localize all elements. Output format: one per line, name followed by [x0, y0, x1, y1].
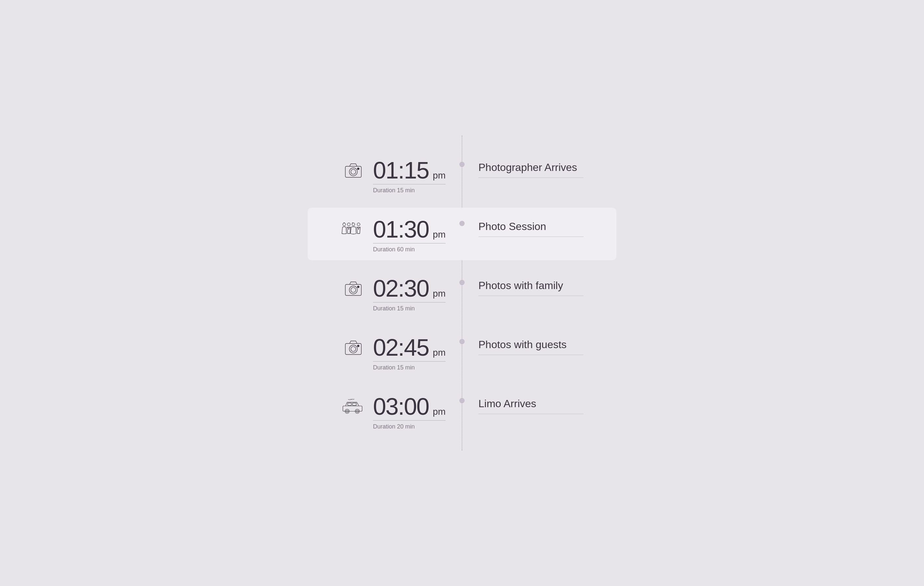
- time-digits-photos-with-guests: 02:45: [373, 336, 429, 359]
- time-block-photos-with-guests: 02:45 pm Duration 15 min: [373, 336, 446, 371]
- time-digits-limo-arrives: 03:00: [373, 395, 429, 418]
- event-separator-photos-with-guests: [478, 355, 584, 355]
- event-separator-photo-session: [478, 237, 584, 237]
- timeline-item-limo-arrives: 03:00 pm Duration 20 min Limo Arrives: [314, 385, 610, 437]
- event-separator-photos-with-family: [478, 296, 584, 296]
- event-name-photos-with-guests: Photos with guests: [478, 339, 567, 351]
- event-separator-limo-arrives: [478, 414, 584, 414]
- time-display-photographer-arrives: 01:15 pm: [373, 158, 446, 182]
- svg-point-15: [349, 345, 357, 353]
- icon-camera-photographer-arrives: [343, 160, 363, 181]
- center-dot-limo-arrives: [459, 398, 465, 403]
- time-block-limo-arrives: 03:00 pm Duration 20 min: [373, 395, 446, 430]
- left-side-photographer-arrives: 01:15 pm Duration 15 min: [314, 149, 462, 194]
- event-name-limo-arrives: Limo Arrives: [478, 398, 536, 410]
- time-ampm-limo-arrives: pm: [433, 407, 446, 417]
- timeline-item-photos-with-family: 02:30 pm Duration 15 min Photos with fam…: [314, 267, 610, 319]
- right-side-limo-arrives: Limo Arrives: [462, 385, 610, 414]
- event-name-photographer-arrives: Photographer Arrives: [478, 161, 577, 173]
- svg-point-12: [351, 287, 356, 292]
- time-display-photos-with-family: 02:30 pm: [373, 277, 446, 300]
- time-separator-limo-arrives: [373, 420, 446, 421]
- left-side-photos-with-family: 02:30 pm Duration 15 min: [314, 267, 462, 312]
- svg-line-30: [353, 399, 354, 400]
- left-side-photo-session: ✦ ✦ 01:30 pm Duration 60 min: [314, 208, 462, 253]
- time-block-photographer-arrives: 01:15 pm Duration 15 min: [373, 158, 446, 194]
- svg-line-26: [348, 399, 349, 400]
- timeline-item-photos-with-guests: 02:45 pm Duration 15 min Photos with gue…: [314, 326, 610, 378]
- time-digits-photo-session: 01:30: [373, 217, 429, 241]
- timeline-item-photographer-arrives: 01:15 pm Duration 15 min Photographer Ar…: [314, 149, 610, 201]
- icon-limo-limo-arrives: [342, 396, 363, 419]
- right-side-photos-with-guests: Photos with guests: [462, 326, 610, 355]
- svg-rect-19: [348, 403, 351, 405]
- svg-point-2: [351, 169, 356, 174]
- svg-rect-20: [352, 403, 356, 405]
- icon-wedding-group-photo-session: ✦ ✦: [340, 219, 363, 244]
- duration-text-photo-session: Duration 60 min: [373, 246, 415, 253]
- time-ampm-photo-session: pm: [433, 229, 446, 240]
- svg-point-7: [357, 223, 360, 226]
- duration-text-photographer-arrives: Duration 15 min: [373, 187, 415, 194]
- svg-point-13: [357, 286, 359, 288]
- event-separator-photographer-arrives: [478, 178, 584, 178]
- event-name-photo-session: Photo Session: [478, 221, 546, 232]
- right-side-photographer-arrives: Photographer Arrives: [462, 149, 610, 178]
- center-dot-photos-with-family: [459, 280, 465, 285]
- svg-text:✦: ✦: [351, 222, 354, 224]
- time-digits-photographer-arrives: 01:15: [373, 158, 429, 182]
- svg-point-1: [349, 168, 357, 176]
- time-separator-photos-with-family: [373, 302, 446, 303]
- timeline-container: 01:15 pm Duration 15 min Photographer Ar…: [314, 135, 610, 451]
- time-block-photo-session: 01:30 pm Duration 60 min: [373, 217, 446, 253]
- time-ampm-photos-with-family: pm: [433, 288, 446, 299]
- time-display-limo-arrives: 03:00 pm: [373, 395, 446, 418]
- center-dot-photographer-arrives: [459, 162, 465, 167]
- icon-camera-photos-with-guests: [343, 337, 363, 358]
- svg-point-11: [349, 286, 357, 294]
- svg-point-3: [357, 168, 359, 170]
- time-separator-photo-session: [373, 243, 446, 244]
- svg-point-5: [347, 223, 350, 226]
- icon-camera-photos-with-family: [343, 278, 363, 299]
- time-display-photo-session: 01:30 pm: [373, 217, 446, 241]
- svg-point-17: [357, 345, 359, 347]
- time-ampm-photographer-arrives: pm: [433, 170, 446, 181]
- svg-text:✦: ✦: [343, 222, 345, 224]
- time-display-photos-with-guests: 02:45 pm: [373, 336, 446, 359]
- left-side-limo-arrives: 03:00 pm Duration 20 min: [314, 385, 462, 430]
- svg-point-16: [351, 346, 356, 351]
- duration-text-photos-with-guests: Duration 15 min: [373, 364, 415, 371]
- right-side-photos-with-family: Photos with family: [462, 267, 610, 296]
- time-separator-photographer-arrives: [373, 184, 446, 184]
- time-separator-photos-with-guests: [373, 361, 446, 362]
- time-ampm-photos-with-guests: pm: [433, 347, 446, 358]
- time-digits-photos-with-family: 02:30: [373, 277, 429, 300]
- event-name-photos-with-family: Photos with family: [478, 280, 563, 291]
- left-side-photos-with-guests: 02:45 pm Duration 15 min: [314, 326, 462, 371]
- duration-text-limo-arrives: Duration 20 min: [373, 423, 415, 430]
- center-dot-photo-session: [459, 221, 465, 226]
- right-side-photo-session: Photo Session: [462, 208, 610, 237]
- time-block-photos-with-family: 02:30 pm Duration 15 min: [373, 277, 446, 312]
- duration-text-photos-with-family: Duration 15 min: [373, 305, 415, 312]
- center-dot-photos-with-guests: [459, 339, 465, 344]
- timeline-item-photo-session: ✦ ✦ 01:30 pm Duration 60 min Photo Sessi…: [308, 208, 616, 260]
